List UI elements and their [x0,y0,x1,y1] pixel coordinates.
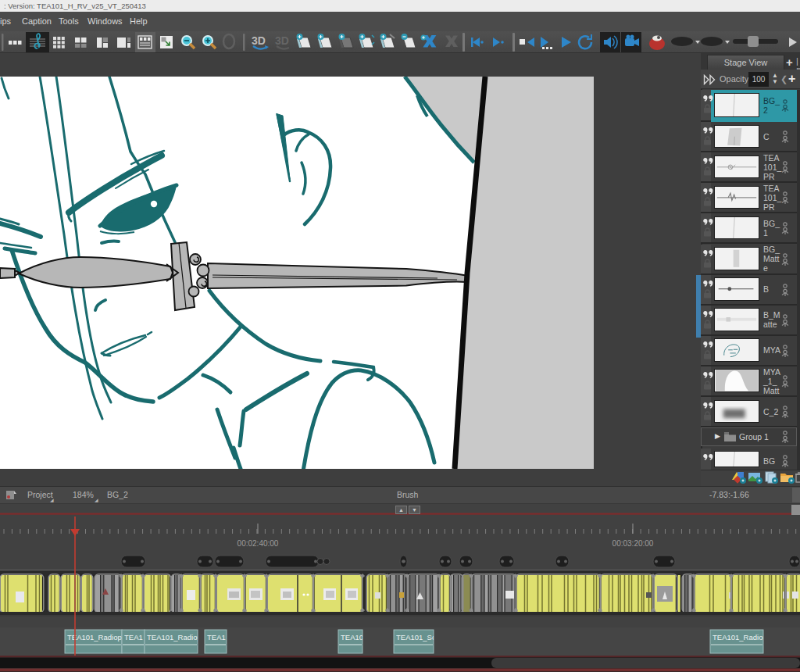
svg-text:TEA101_Radiop: TEA101_Radiop [147,633,202,642]
svg-text:TEA1: TEA1 [124,633,143,642]
svg-text:3D: 3D [275,34,289,47]
svg-text:00:02:40:00: 00:02:40:00 [238,539,279,548]
svg-text:00:03:20:00: 00:03:20:00 [612,539,654,548]
svg-text:TEA101_Sc: TEA101_Sc [396,633,436,642]
svg-text:TEA101_Radio: TEA101_Radio [712,633,762,642]
svg-text:TEA10: TEA10 [341,633,363,642]
svg-text:3D: 3D [252,34,266,47]
svg-text:TEA1: TEA1 [207,633,226,642]
